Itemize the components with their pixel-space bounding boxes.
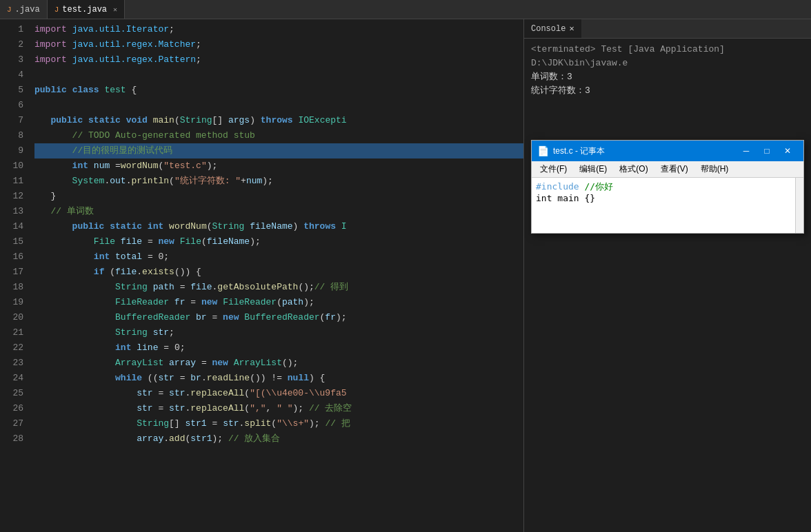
notepad-menu-help[interactable]: 帮助(H) — [695, 162, 734, 176]
code-line-3: import java.util.regex.Pattern; — [34, 52, 523, 68]
code-line-17: if (file.exists()) { — [34, 265, 523, 280]
code-editor-panel: 12345 678910 1112131415 1617181920 21222… — [0, 19, 524, 532]
tab-testjava-icon: J — [54, 6, 59, 14]
console-tab-label: Console — [531, 24, 565, 34]
notepad-menu-format[interactable]: 格式(O) — [614, 162, 653, 176]
notepad-titlebar: 📄 test.c - 记事本 ─ □ ✕ — [532, 141, 803, 161]
code-content: 12345 678910 1112131415 1617181920 21222… — [0, 19, 523, 532]
console-output: <terminated> Test [Java Application] D:\… — [524, 39, 811, 532]
console-output-line2: 统计字符数：3 — [531, 84, 804, 98]
notepad-menu-view[interactable]: 查看(V) — [655, 162, 694, 176]
code-line-13: // 单词数 — [34, 204, 523, 219]
code-line-25: str = str.replaceAll("[(\\u4e00-\\u9fa5 — [34, 386, 523, 401]
code-line-15: File file = new File(fileName); — [34, 234, 523, 249]
code-line-26: str = str.replaceAll(",", " "); // 去除空 — [34, 401, 523, 416]
code-line-8: // TODO Auto-generated method stub — [34, 128, 523, 143]
notepad-line1: #include //你好 — [536, 181, 791, 193]
code-line-10: int num =wordNum("test.c"); — [34, 158, 523, 174]
console-tab[interactable]: Console ✕ — [524, 19, 581, 38]
notepad-line1-comment: //你好 — [584, 181, 613, 192]
code-lines: import java.util.Iterator; import java.u… — [28, 19, 523, 532]
console-tab-close[interactable]: ✕ — [569, 23, 574, 34]
tab-java-icon: J — [7, 6, 12, 14]
code-line-5: public class test { — [34, 83, 523, 98]
notepad-menu-file[interactable]: 文件(F) — [534, 162, 572, 176]
notepad-menu-edit[interactable]: 编辑(E) — [574, 162, 612, 176]
notepad-close-button[interactable]: ✕ — [777, 144, 798, 158]
console-terminated-line: <terminated> Test [Java Application] D:\… — [531, 43, 804, 70]
code-line-24: while ((str = br.readLine()) != null) { — [34, 371, 523, 386]
code-line-14: public static int wordNum(String fileNam… — [34, 219, 523, 234]
notepad-include-kw: #include — [536, 181, 579, 192]
line-numbers: 12345 678910 1112131415 1617181920 21222… — [0, 19, 28, 532]
notepad-maximize-button[interactable]: □ — [757, 144, 777, 158]
code-line-16: int total = 0; — [34, 249, 523, 265]
code-line-12: } — [34, 189, 523, 204]
code-line-28: array.add(str1); // 放入集合 — [34, 431, 523, 447]
notepad-menubar: 文件(F) 编辑(E) 格式(O) 查看(V) 帮助(H) — [532, 161, 803, 178]
code-line-1: import java.util.Iterator; — [34, 22, 523, 37]
code-line-4 — [34, 68, 523, 83]
tab-testjava-label: test.java — [62, 5, 107, 14]
tab-close-icon[interactable]: ✕ — [113, 6, 117, 14]
code-line-18: String path = file.getAbsolutePath();// … — [34, 280, 523, 295]
tab-bar: J .java J test.java ✕ — [0, 0, 811, 19]
code-line-7: public static void main(String[] args) t… — [34, 113, 523, 128]
code-line-2: import java.util.regex.Matcher; — [34, 37, 523, 52]
code-line-6 — [34, 98, 523, 113]
code-line-23: ArrayList array = new ArrayList(); — [34, 356, 523, 371]
tab-java[interactable]: J .java — [0, 0, 48, 19]
main-area: 12345 678910 1112131415 1617181920 21222… — [0, 19, 811, 532]
code-line-20: BufferedReader br = new BufferedReader(f… — [34, 310, 523, 325]
notepad-controls: ─ □ ✕ — [736, 144, 798, 158]
code-line-9: //目的很明显的测试代码 — [34, 143, 523, 158]
notepad-minimize-button[interactable]: ─ — [736, 144, 757, 158]
right-panel: Console ✕ <terminated> Test [Java Applic… — [524, 19, 811, 532]
notepad-line2: int main {} — [536, 193, 791, 203]
notepad-window: 📄 test.c - 记事本 ─ □ ✕ 文件(F) 编辑(E) 格式(O) 查… — [531, 140, 804, 234]
code-line-11: System.out.println("统计字符数: "+num); — [34, 174, 523, 189]
notepad-scrollbar[interactable] — [795, 178, 803, 233]
notepad-content: #include //你好 int main {} — [532, 178, 795, 233]
console-panel: Console ✕ <terminated> Test [Java Applic… — [524, 19, 811, 532]
console-output-line1: 单词数：3 — [531, 70, 804, 84]
tab-java-label: .java — [15, 5, 40, 14]
notepad-title-icon: 📄 — [537, 145, 549, 156]
code-line-27: String[] str1 = str.split("\\s+"); // 把 — [34, 416, 523, 431]
console-tab-bar: Console ✕ — [524, 19, 811, 39]
code-line-19: FileReader fr = new FileReader(path); — [34, 295, 523, 310]
notepad-title-text: test.c - 记事本 — [553, 145, 732, 157]
code-line-22: int line = 0; — [34, 340, 523, 356]
tab-test-java[interactable]: J test.java ✕ — [48, 0, 125, 19]
code-line-21: String str; — [34, 325, 523, 340]
